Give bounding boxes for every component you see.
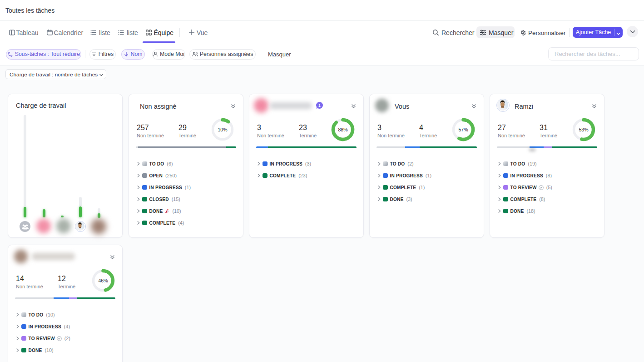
svg-text:46%: 46%	[98, 278, 108, 283]
svg-text:10%: 10%	[218, 127, 227, 132]
svg-text:88%: 88%	[338, 127, 347, 132]
svg-text:53%: 53%	[579, 127, 588, 132]
svg-text:57%: 57%	[458, 127, 468, 132]
